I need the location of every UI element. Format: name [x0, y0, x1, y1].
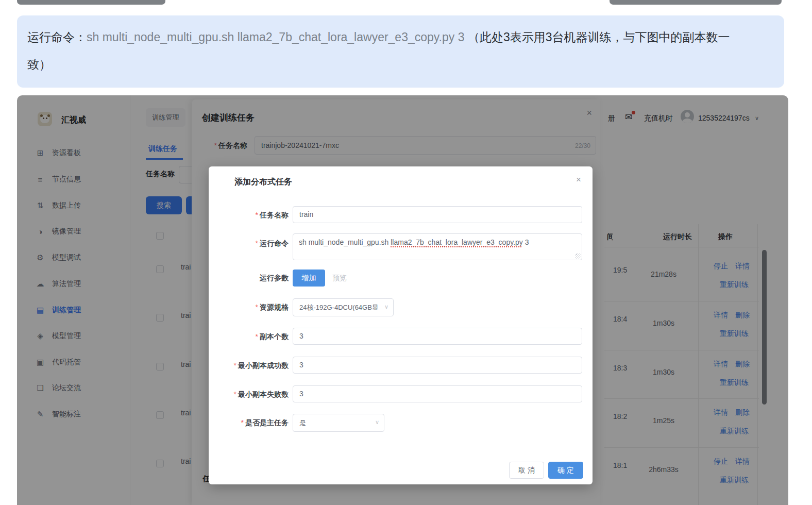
confirm-button[interactable]: 确 定 [548, 462, 583, 479]
min-success-input[interactable]: 3 [293, 357, 582, 374]
resource-spec-label: *资源规格 [209, 303, 289, 312]
run-command-textarea[interactable]: sh multi_node_multi_gpu.sh llama2_7b_cha… [293, 233, 582, 260]
min-fail-input[interactable]: 3 [293, 385, 582, 402]
run-command-label: *运行命令 [209, 239, 289, 248]
modal-close-icon[interactable]: × [576, 175, 581, 185]
resource-spec-select[interactable]: 24核-192G-4DCU(64GB显 ∨ [293, 298, 394, 316]
replicas-label: *副本个数 [209, 332, 289, 342]
modal-title: 添加分布式任务 [234, 177, 292, 188]
add-distributed-task-modal: 添加分布式任务 × *任务名称 train *运行命令 sh multi_nod… [209, 166, 593, 484]
is-main-task-select[interactable]: 是 ∨ [293, 414, 384, 432]
chevron-down-icon: ∨ [375, 419, 379, 426]
cancel-button[interactable]: 取 消 [509, 462, 544, 479]
add-param-button[interactable]: 增加 [293, 270, 325, 287]
is-main-task-label: *是否是主任务 [209, 418, 289, 428]
task-name-input[interactable]: train [293, 206, 582, 223]
chevron-down-icon: ∨ [384, 304, 388, 310]
top-cutoff-stub-right [610, 0, 782, 5]
banner-command: sh multi_node_multi_gpu.sh llama2_7b_cha… [87, 30, 468, 44]
banner-label: 运行命令： [27, 30, 87, 44]
min-fail-label: *最小副本失败数 [209, 390, 289, 399]
app-screenshot: 汇视威 ⊞资源看板 ≡节点信息 ⇅数据上传 ◑镜像管理 ⚙模型调试 ☁算法管理 … [17, 95, 788, 505]
min-success-label: *最小副本成功数 [209, 361, 289, 371]
run-params-label: 运行参数 [209, 274, 289, 283]
top-cutoff-stub-left [17, 0, 165, 5]
banner-text: 运行命令：sh multi_node_multi_gpu.sh llama2_7… [17, 15, 784, 78]
spellcheck-underline: llama2_7b_chat_lora_lawyer_e3_copy.py [391, 238, 523, 246]
textarea-resize-handle[interactable] [576, 254, 581, 259]
command-banner: 运行命令：sh multi_node_multi_gpu.sh llama2_7… [17, 15, 784, 88]
page: 运行命令：sh multi_node_multi_gpu.sh llama2_7… [0, 0, 812, 505]
task-name-label: *任务名称 [209, 211, 289, 220]
replicas-input[interactable]: 3 [293, 328, 582, 345]
preview-button-disabled[interactable]: 预览 [332, 274, 347, 283]
